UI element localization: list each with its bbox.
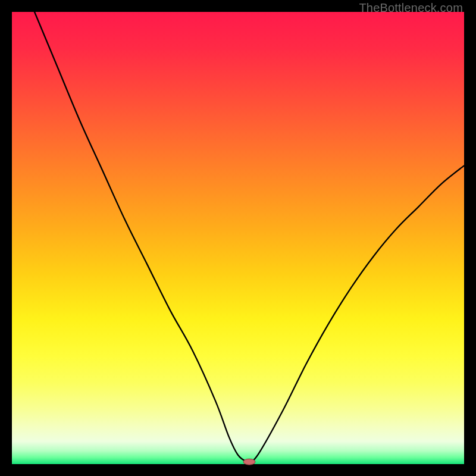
minimum-marker (243, 459, 255, 465)
watermark-text: TheBottleneck.com (359, 1, 463, 15)
plot-area (12, 12, 464, 464)
bottleneck-curve (12, 12, 464, 464)
chart-frame: TheBottleneck.com (0, 0, 476, 476)
curve-path (35, 12, 464, 463)
